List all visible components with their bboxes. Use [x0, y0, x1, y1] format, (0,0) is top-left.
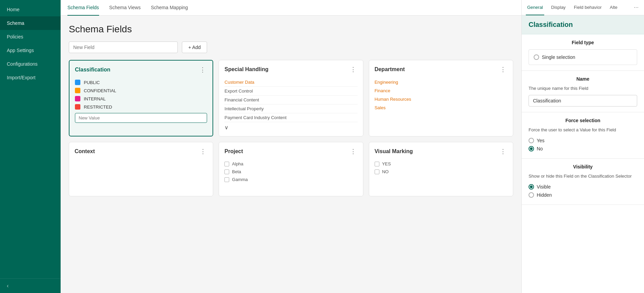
card-classification-title: Classification	[75, 67, 110, 73]
card-visual-marking[interactable]: Visual Marking ⋮ YES NO	[369, 142, 513, 196]
card-project-title: Project	[224, 148, 243, 154]
card-classification-menu[interactable]: ⋮	[198, 66, 207, 74]
special-handling-chevron[interactable]: ∨	[224, 124, 357, 131]
add-button[interactable]: + Add	[182, 42, 207, 53]
force-selection-section: Force selection Force the user to select…	[522, 112, 644, 159]
name-section-title: Name	[529, 76, 637, 82]
field-type-title: Field type	[529, 40, 637, 45]
card-context-menu[interactable]: ⋮	[199, 148, 207, 155]
card-special-handling-header: Special Handling ⋮	[224, 66, 357, 73]
classification-item-internal: INTERNAL	[75, 95, 207, 103]
card-project[interactable]: Project ⋮ Alpha Beta Gamma	[219, 142, 363, 196]
new-value-input[interactable]	[75, 113, 207, 123]
name-section: Name The unique name for this Field	[522, 71, 644, 112]
project-checkbox-1[interactable]	[224, 169, 229, 174]
cards-grid: Classification ⋮ PUBLIC CONFIDENTIAL INT…	[69, 60, 513, 196]
right-tab-more[interactable]: ⋯	[632, 0, 640, 15]
force-selection-yes[interactable]: Yes	[529, 136, 637, 145]
tab-schema-views[interactable]: Schema Views	[109, 0, 141, 16]
restricted-color-dot	[75, 104, 80, 110]
field-type-box: Single selection	[529, 49, 637, 65]
card-department-menu[interactable]: ⋮	[499, 66, 507, 73]
card-project-header: Project ⋮	[224, 148, 357, 155]
force-selection-desc: Force the user to select a Value for thi…	[529, 127, 637, 132]
field-type-radio-outer	[534, 54, 539, 60]
card-special-handling-menu[interactable]: ⋮	[349, 66, 358, 73]
force-selection-title: Force selection	[529, 118, 637, 123]
visual-marking-item-1: NO	[375, 168, 507, 176]
visual-marking-item-0: YES	[375, 160, 507, 168]
sidebar-item-home[interactable]: Home	[0, 3, 61, 16]
card-special-handling[interactable]: Special Handling ⋮ Customer Data Export …	[219, 60, 363, 136]
sidebar-collapse-button[interactable]: ‹	[0, 278, 61, 293]
dept-item-0: Engineering	[375, 78, 507, 86]
project-checkbox-0[interactable]	[224, 162, 229, 166]
project-item-0: Alpha	[224, 160, 357, 168]
right-tab-general[interactable]: General	[526, 0, 544, 15]
dept-item-3: Sales	[375, 103, 507, 112]
sidebar-item-app-settings[interactable]: App Settings	[0, 44, 61, 57]
project-checkbox-2[interactable]	[224, 177, 229, 182]
card-visual-marking-title: Visual Marking	[375, 148, 413, 154]
card-context-header: Context ⋮	[75, 148, 207, 155]
right-panel-tabs: General Display Field behavior Alte ⋯	[522, 0, 644, 15]
special-handling-item-1: Export Control	[224, 87, 357, 96]
right-tab-field-behavior[interactable]: Field behavior	[572, 0, 603, 15]
visibility-hidden[interactable]: Hidden	[529, 191, 637, 199]
confidential-color-dot	[75, 88, 80, 93]
top-tabs: Schema Fields Schema Views Schema Mappin…	[61, 0, 521, 16]
dept-item-2: Human Resources	[375, 95, 507, 103]
page-title: Schema Fields	[69, 24, 513, 35]
public-color-dot	[75, 80, 80, 85]
right-panel: General Display Field behavior Alte ⋯ Cl…	[521, 0, 644, 293]
sidebar-item-policies[interactable]: Policies	[0, 30, 61, 44]
card-visual-marking-header: Visual Marking ⋮	[375, 148, 507, 155]
new-field-input[interactable]	[69, 42, 178, 53]
card-classification[interactable]: Classification ⋮ PUBLIC CONFIDENTIAL INT…	[69, 60, 213, 136]
main-content: Schema Fields Schema Views Schema Mappin…	[61, 0, 521, 293]
card-classification-header: Classification ⋮	[75, 66, 207, 74]
visual-marking-checkbox-1[interactable]	[375, 169, 379, 174]
special-handling-item-2: Financial Content	[224, 96, 357, 104]
project-item-1: Beta	[224, 168, 357, 176]
name-section-desc: The unique name for this Field	[529, 86, 637, 91]
force-selection-no-radio	[529, 146, 534, 151]
field-type-section: Field type Single selection	[522, 34, 644, 71]
visual-marking-checkbox-0[interactable]	[375, 162, 379, 166]
field-type-single-selection[interactable]: Single selection	[534, 53, 632, 61]
right-tab-display[interactable]: Display	[550, 0, 567, 15]
classification-item-public: PUBLIC	[75, 78, 207, 86]
card-department-header: Department ⋮	[375, 66, 507, 73]
sidebar-item-import-export[interactable]: Import/Export	[0, 71, 61, 84]
force-selection-yes-radio	[529, 138, 534, 143]
name-input[interactable]	[529, 95, 637, 107]
card-context[interactable]: Context ⋮	[69, 142, 213, 196]
sidebar: Home Schema Policies App Settings Config…	[0, 0, 61, 293]
sidebar-item-schema[interactable]: Schema	[0, 16, 61, 30]
sidebar-item-configurations[interactable]: Configurations	[0, 57, 61, 71]
classification-item-restricted: RESTRICTED	[75, 103, 207, 111]
toolbar: + Add	[69, 42, 513, 53]
visibility-visible[interactable]: Visible	[529, 183, 637, 191]
tab-schema-mapping[interactable]: Schema Mapping	[151, 0, 188, 16]
special-handling-item-3: Intellectual Property	[224, 104, 357, 113]
card-visual-marking-menu[interactable]: ⋮	[499, 148, 507, 155]
visibility-visible-radio-inner	[530, 185, 533, 188]
visibility-visible-radio	[529, 184, 534, 190]
right-panel-header: Classification	[522, 15, 644, 34]
right-tab-alte[interactable]: Alte	[609, 0, 619, 15]
tab-schema-fields[interactable]: Schema Fields	[67, 0, 99, 16]
card-department-title: Department	[375, 66, 405, 72]
card-department[interactable]: Department ⋮ Engineering Finance Human R…	[369, 60, 513, 136]
special-handling-item-4: Payment Card Industry Content	[224, 113, 357, 122]
internal-color-dot	[75, 96, 80, 101]
force-selection-no[interactable]: No	[529, 145, 637, 153]
visibility-hidden-radio	[529, 192, 534, 198]
sidebar-nav: Home Schema Policies App Settings Config…	[0, 0, 61, 278]
visibility-title: Visibility	[529, 164, 637, 169]
right-panel-title: Classification	[529, 21, 637, 29]
visibility-section: Visibility Show or hide this Field on th…	[522, 159, 644, 205]
project-item-2: Gamma	[224, 176, 357, 183]
card-project-menu[interactable]: ⋮	[349, 148, 358, 155]
force-selection-no-radio-inner	[530, 147, 533, 150]
